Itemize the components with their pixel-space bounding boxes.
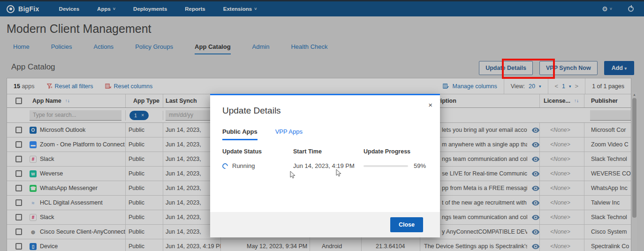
- mouse-cursor: [290, 171, 296, 179]
- update-progress: 59%: [364, 162, 428, 169]
- modal-close-icon[interactable]: ×: [428, 101, 432, 109]
- running-spinner-icon: [221, 162, 229, 170]
- progress-percent-text: 59%: [414, 162, 426, 169]
- update-details-modal: × Update Details Public AppsVPP Apps Upd…: [210, 94, 440, 237]
- mouse-cursor: [336, 169, 342, 177]
- modal-fields: Update Status Start Time Update Progress…: [210, 148, 440, 169]
- modal-tab-vpp-apps[interactable]: VPP Apps: [275, 128, 303, 140]
- start-time-label: Start Time: [293, 148, 364, 155]
- update-progress-label: Update Progress: [364, 148, 428, 155]
- modal-title: Update Details: [222, 106, 440, 116]
- modal-footer: Close: [210, 212, 440, 237]
- progress-bar: [364, 165, 408, 167]
- modal-tab-public-apps[interactable]: Public Apps: [222, 128, 258, 140]
- update-status-value: Running: [222, 162, 293, 169]
- close-button[interactable]: Close: [390, 217, 423, 232]
- modal-tab-bar: Public AppsVPP Apps: [222, 128, 440, 140]
- start-time-value: Jun 14, 2023, 4:19 PM: [293, 162, 364, 169]
- update-status-label: Update Status: [222, 148, 293, 155]
- app-window: BigFix DevicesApps˅DeploymentsReportsExt…: [0, 0, 644, 251]
